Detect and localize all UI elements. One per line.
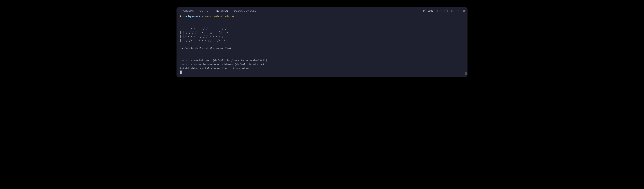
prompt-separator: %	[202, 15, 203, 18]
terminal-shell-icon	[423, 9, 427, 12]
kill-terminal-button[interactable]	[450, 9, 454, 12]
split-terminal-button[interactable]	[444, 9, 448, 12]
terminal-cursor	[180, 70, 182, 74]
svg-rect-0	[424, 10, 426, 12]
prompt-command: sudo python3 vlchat	[205, 15, 234, 18]
new-terminal-button[interactable]	[436, 9, 439, 12]
prompt-symbol: λ	[180, 15, 181, 18]
new-terminal-dropdown[interactable]	[440, 9, 442, 12]
close-panel-button[interactable]	[462, 9, 466, 12]
tab-problems[interactable]: PROBLEMS	[180, 8, 194, 14]
tab-debug-console[interactable]: DEBUG CONSOLE	[234, 8, 256, 14]
byline-text: by Cedric Keller & Alexander Zank.	[180, 47, 233, 50]
panel-tabs: PROBLEMS OUTPUT TERMINAL DEBUG CONSOLE	[180, 8, 256, 14]
establishing-text: Establishing serial connection to transc…	[180, 67, 255, 70]
panel-header: PROBLEMS OUTPUT TERMINAL DEBUG CONSOLE s…	[176, 8, 468, 14]
prompt-directory: assignment5	[183, 15, 200, 18]
terminal-name-indicator[interactable]: sudo	[423, 9, 433, 12]
scrollbar-thumb[interactable]	[465, 72, 467, 75]
terminal-content[interactable]: λ assignment5 % sudo python3 vlchat ____…	[176, 14, 468, 77]
tab-terminal[interactable]: TERMINAL	[216, 8, 228, 14]
address-prompt: Use this as my hex-encoded address (defa…	[180, 63, 264, 66]
terminal-name-label: sudo	[428, 10, 433, 12]
tab-output[interactable]: OUTPUT	[200, 8, 210, 14]
terminal-toolbar: sudo	[423, 9, 466, 12]
maximize-panel-button[interactable]	[456, 9, 460, 12]
ascii-art-banner: _______ __ ____ / / ____/ /_ ____ _/ /_ …	[180, 23, 228, 42]
serial-port-prompt: Use this serial port (default is /dev/tt…	[180, 59, 270, 62]
terminal-panel: PROBLEMS OUTPUT TERMINAL DEBUG CONSOLE s…	[176, 8, 468, 77]
